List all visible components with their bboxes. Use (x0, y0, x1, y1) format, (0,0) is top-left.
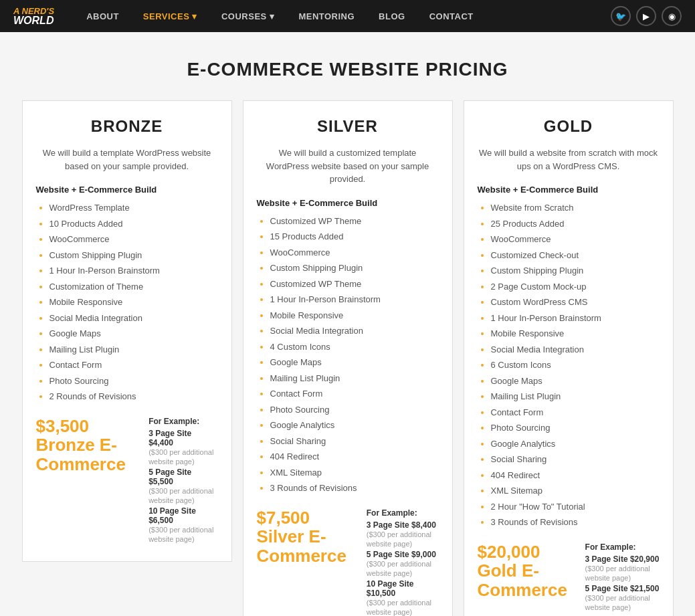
feature-item: Custom WordPress CMS (491, 296, 660, 309)
feature-item: Custom Shipping Plugin (491, 264, 660, 278)
feature-item: 3 Rounds of Revisions (491, 516, 660, 529)
price-example-row: 3 Page Site $20,900 ($300 per additional… (585, 554, 660, 583)
plan-price-label: Gold E-Commerce (478, 561, 577, 599)
plan-price: $7,500 (257, 508, 359, 528)
feature-item: WordPress Template (49, 201, 218, 215)
feature-item: Google Maps (491, 375, 660, 388)
section-label: Website + E-Commerce Build (478, 185, 660, 195)
feature-item: Mailing List Plugin (49, 343, 218, 356)
feature-item: Social Media Integration (491, 343, 660, 356)
big-price-block: $7,500 Silver E-Commerce (257, 508, 359, 566)
feature-item: Customization of Theme (49, 280, 218, 294)
plan-price: $3,500 (36, 417, 141, 436)
price-example-row: 5 Page Site $21,500 ($300 per additional… (585, 584, 660, 612)
section-label: Website + E-Commerce Build (36, 185, 218, 195)
feature-item: Photo Sourcing (49, 375, 218, 388)
examples-label: For Example: (367, 508, 439, 518)
plan-description: We will build a template WordPress websi… (36, 146, 218, 173)
feature-item: 3 Rounds of Revisions (270, 482, 439, 495)
plan-description: We will build a customized template Word… (257, 146, 439, 186)
examples-label: For Example: (585, 542, 660, 552)
feature-item: 1 Hour In-Person Brainstorm (49, 264, 218, 278)
feature-item: 404 Redirect (270, 450, 439, 464)
feature-item: 25 Products Added (491, 217, 660, 231)
pricing-footer: $7,500 Silver E-Commerce For Example: 3 … (257, 508, 439, 617)
site-logo[interactable]: A NERD'S WORLD (13, 7, 54, 26)
feature-item: Mobile Responsive (491, 327, 660, 340)
nav-blog[interactable]: BLOG (367, 0, 417, 32)
big-price-block: $3,500 Bronze E-Commerce (36, 417, 141, 474)
feature-item: Contact Form (49, 358, 218, 372)
nav-courses[interactable]: COURSES ▾ (209, 0, 286, 32)
price-example-row: 5 Page Site $9,000 ($300 per additional … (367, 550, 439, 578)
feature-item: Google Analytics (270, 419, 439, 432)
feature-item: Customized WP Theme (270, 215, 439, 228)
plan-description: We will build a website from scratch wit… (478, 146, 660, 173)
pricing-grid: BRONZE We will build a template WordPres… (7, 100, 689, 616)
feature-item: Social Sharing (270, 435, 439, 448)
feature-item: 15 Products Added (270, 230, 439, 243)
feature-item: Social Media Integration (270, 324, 439, 338)
feature-list: WordPress Template10 Products AddedWooCo… (36, 201, 218, 403)
feature-item: Photo Sourcing (270, 403, 439, 417)
social-icons: 🐦 ▶ ◉ (611, 6, 682, 26)
nav-services[interactable]: SERVICES ▾ (131, 0, 209, 32)
feature-list: Website from Scratch25 Products AddedWoo… (478, 201, 660, 529)
feature-item: Mobile Responsive (49, 296, 218, 309)
plan-price: $20,000 (478, 542, 577, 562)
feature-item: WooCommerce (49, 233, 218, 246)
plan-title: SILVER (257, 117, 439, 136)
feature-item: 1 Hour In-Person Brainstorm (491, 312, 660, 325)
feature-item: 2 Page Custom Mock-up (491, 280, 660, 294)
nav-contact[interactable]: CONTACT (417, 0, 486, 32)
feature-item: 6 Custom Icons (491, 358, 660, 372)
feature-item: 2 Rounds of Revisions (49, 390, 218, 403)
youtube-icon[interactable]: ▶ (636, 6, 656, 26)
price-example-row: 5 Page Site $5,500 ($300 per additional … (148, 468, 217, 505)
feature-item: Social Media Integration (49, 312, 218, 325)
examples-label: For Example: (148, 417, 217, 426)
feature-item: XML Sitemap (491, 484, 660, 498)
feature-item: WooCommerce (491, 233, 660, 246)
plan-title: BRONZE (36, 117, 218, 136)
feature-item: Photo Sourcing (491, 421, 660, 435)
feature-item: Mobile Responsive (270, 309, 439, 322)
twitter-icon[interactable]: 🐦 (611, 6, 631, 26)
feature-item: Mailing List Plugin (491, 390, 660, 403)
feature-item: 404 Redirect (491, 469, 660, 482)
feature-list: Customized WP Theme15 Products AddedWooC… (257, 215, 439, 495)
pricing-card-bronze: BRONZE We will build a template WordPres… (22, 100, 232, 562)
feature-item: Google Maps (270, 356, 439, 369)
feature-item: WooCommerce (270, 246, 439, 260)
pricing-card-gold: GOLD We will build a website from scratc… (464, 100, 674, 616)
feature-item: Custom Shipping Plugin (49, 249, 218, 262)
feature-item: 10 Products Added (49, 217, 218, 231)
plan-price-label: Bronze E-Commerce (36, 435, 141, 474)
pricing-card-silver: SILVER We will build a customized templa… (243, 100, 453, 616)
price-example-row: 3 Page Site $8,400 ($300 per additional … (367, 520, 439, 548)
feature-item: Google Analytics (491, 437, 660, 451)
price-example-row: 10 Page Site $6,500 ($300 per additional… (148, 506, 217, 544)
pricing-footer: $3,500 Bronze E-Commerce For Example: 3 … (36, 417, 218, 545)
price-examples: For Example: 3 Page Site $8,400 ($300 pe… (367, 508, 439, 617)
instagram-icon[interactable]: ◉ (662, 6, 682, 26)
navbar: A NERD'S WORLD ABOUT SERVICES ▾ COURSES … (0, 0, 695, 32)
section-label: Website + E-Commerce Build (257, 198, 439, 208)
price-example-row: 10 Page Site $10,500 ($300 per additiona… (367, 579, 439, 617)
feature-item: Google Maps (49, 327, 218, 340)
pricing-footer: $20,000 Gold E-Commerce For Example: 3 P… (478, 542, 660, 613)
price-example-row: 3 Page Site $4,400 ($300 per additional … (148, 429, 217, 466)
feature-item: Website from Scratch (491, 201, 660, 215)
nav-links: ABOUT SERVICES ▾ COURSES ▾ MENTORING BLO… (74, 0, 611, 32)
feature-item: Customized Check-out (491, 249, 660, 262)
plan-title: GOLD (478, 117, 660, 136)
feature-item: 2 Hour "How To" Tutorial (491, 500, 660, 514)
nav-mentoring[interactable]: MENTORING (286, 0, 367, 32)
big-price-block: $20,000 Gold E-Commerce (478, 542, 577, 600)
plan-price-label: Silver E-Commerce (257, 527, 359, 565)
page-title: E-COMMERCE WEBSITE PRICING (0, 32, 695, 100)
feature-item: 4 Custom Icons (270, 340, 439, 354)
nav-about[interactable]: ABOUT (74, 0, 131, 32)
feature-item: Custom Shipping Plugin (270, 262, 439, 275)
feature-item: 1 Hour In-Person Brainstorm (270, 293, 439, 306)
